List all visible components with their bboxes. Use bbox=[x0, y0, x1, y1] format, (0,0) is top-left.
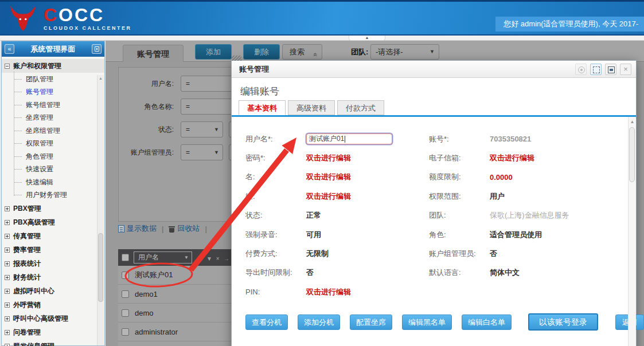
field-value[interactable]: 双击进行编辑 bbox=[306, 191, 351, 202]
dialog-scrollbar[interactable]: ▲ bbox=[628, 117, 636, 346]
sidebar-root-费率管理[interactable]: 费率管理 bbox=[2, 243, 104, 257]
fields-left-column: 用户名*:测试账户01密码*:双击进行编辑名:双击进行编辑姓:双击进行编辑状态:… bbox=[245, 129, 429, 302]
sidebar-item-label: 快速编辑 bbox=[26, 178, 53, 187]
dialog-button-编辑白名单[interactable]: 编辑白名单 bbox=[462, 314, 512, 330]
dialog-titlebar[interactable]: 账号管理 × bbox=[232, 61, 636, 78]
field-value[interactable]: 双击进行编辑 bbox=[490, 153, 534, 163]
expand-plus-icon[interactable] bbox=[5, 261, 10, 266]
sidebar-root-呼叫中心高级管理[interactable]: 呼叫中心高级管理 bbox=[2, 312, 104, 325]
dialog-button-查看分机[interactable]: 查看分机 bbox=[245, 314, 288, 330]
nav-tree: 账户和权限管理 团队管理账号管理账号组管理坐席管理坐席组管理权限管理角色管理快速… bbox=[2, 57, 104, 346]
sidebar-item-label: 账号管理 bbox=[26, 87, 53, 97]
sidebar-item-权限管理[interactable]: 权限管理 bbox=[2, 137, 104, 151]
sidebar-root-群发信息管理[interactable]: 群发信息管理 bbox=[2, 339, 104, 346]
field-value: 无限制 bbox=[306, 249, 329, 259]
tree-connector bbox=[14, 143, 22, 144]
restore-icon[interactable] bbox=[590, 64, 602, 75]
field-label: 用户名*: bbox=[245, 134, 306, 144]
username-input-value: 测试账户01 bbox=[309, 134, 344, 144]
sidebar-root-PBX高级管理[interactable]: PBX高级管理 bbox=[2, 215, 104, 229]
minimize-icon[interactable] bbox=[575, 64, 587, 75]
field-value[interactable]: 双击进行编辑 bbox=[306, 153, 351, 163]
field-label: 导出时间限制: bbox=[245, 268, 306, 278]
sidebar-item-label: 快速设置 bbox=[26, 164, 53, 174]
sidebar-item-团队管理[interactable]: 团队管理 bbox=[2, 73, 104, 86]
collapse-minus-icon[interactable] bbox=[5, 64, 10, 69]
field-value: 正常 bbox=[306, 210, 321, 221]
logo-rest: OCC bbox=[58, 5, 104, 25]
sidebar-item-坐席管理[interactable]: 坐席管理 bbox=[2, 112, 104, 125]
dialog-field-row: 账号*:7035350821 bbox=[429, 129, 622, 148]
resize-grip-icon[interactable] bbox=[231, 56, 241, 61]
collapse-handle[interactable]: ▲ bbox=[349, 36, 385, 41]
expand-plus-icon[interactable] bbox=[5, 330, 10, 335]
sidebar-root-外呼营销[interactable]: 外呼营销 bbox=[2, 298, 104, 312]
sidebar-item-账号组管理[interactable]: 账号组管理 bbox=[2, 99, 104, 112]
tree-connector bbox=[14, 169, 22, 170]
scroll-up-icon[interactable]: ▲ bbox=[629, 119, 636, 124]
sidebar-item-坐席组管理[interactable]: 坐席组管理 bbox=[2, 124, 104, 137]
tree-root-accounts-permissions[interactable]: 账户和权限管理 bbox=[2, 59, 104, 73]
dialog-field-row: 默认语言:简体中文 bbox=[429, 264, 622, 282]
dialog-field-row: 付费方式:无限制 bbox=[245, 244, 429, 263]
fields-right-column: 账号*:7035350821电子信箱:双击进行编辑额度限制:0.0000权限范围… bbox=[429, 129, 622, 282]
tree-connector bbox=[14, 79, 22, 80]
field-label: 强制录音: bbox=[245, 230, 306, 240]
close-icon[interactable]: × bbox=[620, 64, 631, 75]
login-as-account-button[interactable]: 以该账号登录 bbox=[528, 313, 598, 331]
logo-subtitle: CLOUDOX CALLCENTER bbox=[44, 25, 132, 31]
sidebar-item-角色管理[interactable]: 角色管理 bbox=[2, 150, 104, 163]
sidebar-item-快速设置[interactable]: 快速设置 bbox=[2, 163, 104, 176]
dialog-field-row: 强制录音:可用 bbox=[245, 225, 429, 244]
dialog-field-row: 导出时间限制:否 bbox=[245, 264, 429, 282]
sidebar-root-财务统计[interactable]: 财务统计 bbox=[2, 270, 104, 284]
tree-connector bbox=[14, 156, 22, 157]
expand-plus-icon[interactable] bbox=[5, 302, 10, 308]
sidebar-scrollbar[interactable]: ▲ bbox=[97, 75, 104, 345]
field-value: 简体中文 bbox=[490, 268, 520, 278]
sidebar-collapse-button[interactable]: « bbox=[5, 44, 14, 54]
dialog-button-添加分机[interactable]: 添加分机 bbox=[298, 314, 340, 330]
sidebar-root-报表统计[interactable]: 报表统计 bbox=[2, 257, 104, 270]
dialog-scroll-thumb[interactable] bbox=[629, 127, 635, 182]
expand-plus-icon[interactable] bbox=[5, 206, 10, 211]
tree-root-label: 账户和权限管理 bbox=[13, 61, 61, 71]
dialog-tab-付款方式[interactable]: 付款方式 bbox=[337, 100, 384, 115]
field-label: 密码*: bbox=[245, 153, 306, 163]
sidebar-root-label: 外呼营销 bbox=[13, 300, 41, 310]
sidebar-root-传真管理[interactable]: 传真管理 bbox=[2, 229, 104, 243]
field-label: 默认语言: bbox=[429, 268, 490, 278]
dialog-tab-高级资料[interactable]: 高级资料 bbox=[288, 100, 335, 115]
sidebar-scroll-thumb[interactable] bbox=[98, 233, 103, 302]
scroll-up-icon[interactable]: ▲ bbox=[97, 76, 104, 80]
dialog-field-row: 账户组管理员:否 bbox=[429, 244, 622, 263]
account-edit-dialog: 账号管理 × 编辑账号 基本资料高级资料付款方式 用户名*:测试账户01密码*:… bbox=[231, 60, 637, 346]
field-value[interactable]: 双击进行编辑 bbox=[306, 287, 351, 297]
sidebar-pin-button[interactable] bbox=[92, 44, 102, 54]
sidebar-item-账号管理[interactable]: 账号管理 bbox=[2, 86, 104, 99]
pin-icon bbox=[95, 46, 99, 52]
expand-plus-icon[interactable] bbox=[5, 220, 10, 225]
maximize-icon[interactable] bbox=[605, 64, 616, 75]
tree-connector bbox=[14, 117, 22, 118]
sidebar-root-虚拟呼叫中心[interactable]: 虚拟呼叫中心 bbox=[2, 284, 104, 298]
sidebar-root-问卷管理[interactable]: 问卷管理 bbox=[2, 325, 104, 339]
field-value: 保歌(上海)金融信息服务 bbox=[490, 210, 569, 221]
username-input[interactable]: 测试账户01 bbox=[306, 133, 392, 144]
sidebar-item-label: 坐席管理 bbox=[26, 113, 53, 123]
dialog-button-编辑黑名单[interactable]: 编辑黑名单 bbox=[402, 314, 452, 330]
sidebar-item-快速编辑[interactable]: 快速编辑 bbox=[2, 176, 104, 189]
expand-plus-icon[interactable] bbox=[5, 316, 10, 321]
sidebar-root-PBX管理[interactable]: PBX管理 bbox=[2, 202, 104, 215]
dialog-button-配置坐席[interactable]: 配置坐席 bbox=[350, 314, 392, 330]
sidebar-item-用户财务管理[interactable]: 用户财务管理 bbox=[2, 189, 104, 202]
expand-plus-icon[interactable] bbox=[5, 275, 10, 280]
expand-plus-icon[interactable] bbox=[5, 289, 10, 294]
field-value[interactable]: 双击进行编辑 bbox=[306, 172, 351, 182]
field-value: 否 bbox=[490, 249, 497, 259]
expand-plus-icon[interactable] bbox=[5, 344, 10, 346]
expand-plus-icon[interactable] bbox=[5, 247, 10, 253]
expand-plus-icon[interactable] bbox=[5, 234, 10, 239]
header-collapse-strip: ▲ bbox=[0, 36, 644, 41]
dialog-tab-基本资料[interactable]: 基本资料 bbox=[239, 100, 286, 115]
